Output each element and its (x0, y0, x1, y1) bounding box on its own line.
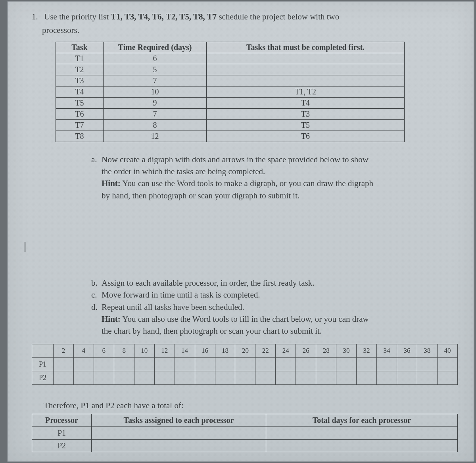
schedule-time-header: 24 (276, 344, 296, 357)
worksheet-page: 1. Use the priority list T1, T3, T4, T6,… (8, 2, 474, 461)
schedule-cell (154, 371, 175, 384)
schedule-corner (32, 344, 54, 357)
totals-header-row: Processor Tasks assigned to each process… (32, 414, 458, 426)
schedule-time-header: 8 (114, 344, 134, 357)
task-cell-time: 7 (104, 75, 207, 86)
table-row: T410T1, T2 (56, 86, 405, 97)
schedule-cell (235, 371, 255, 384)
totals-cell (92, 439, 266, 452)
schedule-cell (134, 371, 154, 384)
table-row: T59T4 (56, 97, 405, 108)
table-row: T78T5 (56, 119, 405, 131)
schedule-table: 246810121416182022242628303234363840 P1P… (32, 344, 458, 385)
schedule-cell (296, 357, 316, 371)
schedule-cell (276, 371, 296, 384)
schedule-cell (336, 357, 357, 371)
task-cell-prereq: T4 (207, 97, 405, 108)
schedule-cell (114, 371, 134, 384)
schedule-cell (73, 371, 94, 384)
part-b-text: Assign to each available processor, in o… (102, 278, 315, 288)
schedule-time-header: 30 (336, 344, 357, 357)
schedule-cell (94, 357, 114, 371)
schedule-cell (437, 371, 457, 384)
schedule-cell (175, 371, 195, 384)
schedule-cell (397, 357, 417, 371)
schedule-time-header: 10 (134, 344, 154, 357)
part-a-line1: Now create a digraph with dots and arrow… (102, 155, 369, 164)
priority-list: T1, T3, T4, T6, T2, T5, T8, T7 (111, 12, 217, 21)
schedule-time-header: 4 (73, 344, 94, 357)
totals-cell (266, 426, 458, 439)
schedule-row: P1 (32, 357, 458, 371)
task-cell-task: T3 (56, 75, 104, 86)
task-cell-task: T4 (56, 86, 104, 97)
task-cell-prereq (207, 64, 405, 75)
schedule-row-label: P2 (32, 371, 54, 384)
task-cell-time: 10 (104, 86, 207, 97)
schedule-time-header: 2 (54, 344, 74, 357)
schedule-time-header: 26 (296, 344, 316, 357)
task-header-prereq: Tasks that must be completed first. (207, 42, 405, 53)
totals-header-tasks: Tasks assigned to each processor (92, 414, 266, 426)
q-line1-pre: Use the priority list (44, 12, 111, 21)
schedule-time-header: 12 (154, 344, 175, 357)
parts-bcd: b.Assign to each available processor, in… (91, 277, 440, 337)
task-cell-task: T5 (56, 97, 104, 108)
part-a-hint1: You can use the Word tools to make a dig… (121, 179, 373, 188)
schedule-time-header: 28 (316, 344, 336, 357)
q-line1-post: schedule the project below with two (217, 12, 339, 21)
schedule-time-header: 14 (175, 344, 195, 357)
schedule-time-header: 38 (417, 344, 437, 357)
task-cell-task: T6 (56, 108, 104, 119)
task-cell-prereq: T1, T2 (207, 86, 405, 97)
totals-header-days: Total days for each processor (266, 414, 458, 426)
schedule-header-row: 246810121416182022242628303234363840 (32, 344, 458, 357)
task-cell-task: T8 (56, 131, 104, 142)
schedule-cell (437, 357, 457, 371)
table-row: T812T6 (56, 131, 405, 142)
table-row: T67T3 (56, 108, 405, 119)
task-cell-task: T7 (56, 119, 104, 131)
schedule-row-label: P1 (32, 357, 54, 371)
part-a-line2: the order in which the tasks are being c… (102, 166, 440, 177)
table-row: P1 (32, 426, 458, 439)
task-cell-task: T2 (56, 64, 104, 75)
schedule-cell (276, 357, 296, 371)
table-row: T16 (56, 53, 405, 64)
text-cursor: | (24, 240, 26, 252)
task-cell-task: T1 (56, 53, 104, 64)
schedule-cell (417, 357, 437, 371)
task-header-task: Task (56, 42, 104, 53)
schedule-cell (114, 357, 134, 371)
part-a-hint-label: Hint: (102, 179, 121, 188)
schedule-time-header: 34 (377, 344, 397, 357)
part-d-hint1: You can also use the Word tools to fill … (121, 314, 369, 324)
schedule-cell (154, 357, 175, 371)
table-row: P2 (32, 439, 458, 452)
part-d-text: Repeat until all tasks have been schedul… (102, 302, 244, 312)
schedule-cell (357, 371, 377, 384)
schedule-cell (54, 371, 74, 384)
schedule-cell (215, 357, 235, 371)
schedule-time-header: 32 (357, 344, 377, 357)
schedule-cell (235, 357, 255, 371)
question-line-2: processors. (42, 25, 458, 36)
totals-processor: P1 (32, 426, 92, 439)
schedule-cell (316, 371, 336, 384)
therefore-text: Therefore, P1 and P2 each have a total o… (44, 401, 458, 411)
totals-cell (92, 426, 266, 439)
table-row: T37 (56, 75, 405, 86)
schedule-time-header: 36 (397, 344, 417, 357)
schedule-cell (316, 357, 336, 371)
task-cell-time: 8 (104, 119, 207, 131)
schedule-cell (195, 357, 215, 371)
part-b-label: b. (91, 277, 102, 288)
schedule-cell (336, 371, 357, 384)
task-cell-time: 5 (104, 64, 207, 75)
schedule-cell (397, 371, 417, 384)
schedule-time-header: 16 (195, 344, 215, 357)
totals-header-processor: Processor (32, 414, 92, 426)
schedule-cell (134, 357, 154, 371)
task-cell-prereq (207, 53, 405, 64)
task-table: Task Time Required (days) Tasks that mus… (56, 42, 405, 142)
